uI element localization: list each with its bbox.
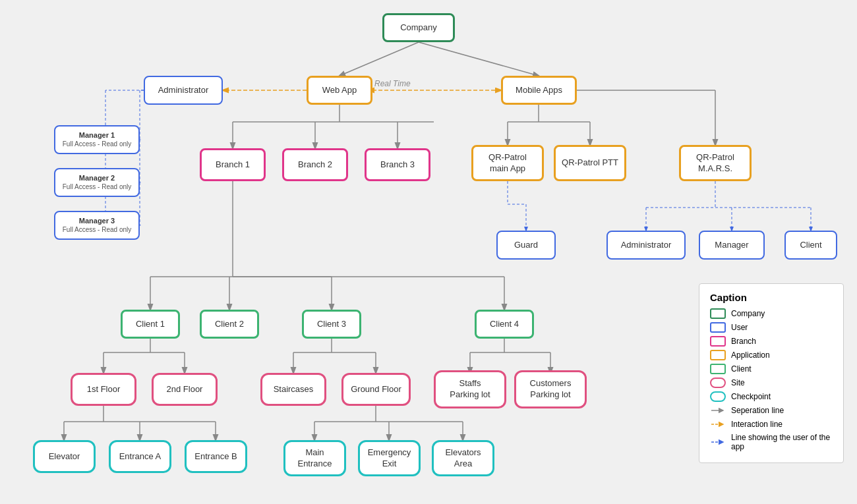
site-icon bbox=[710, 378, 726, 388]
manager1-node: Manager 1Full Access - Read only bbox=[54, 125, 140, 154]
customersparking-node: CustomersParking lot bbox=[514, 370, 587, 408]
caption-row-company: Company bbox=[710, 308, 833, 319]
qrptt-label: QR-Patrol PTT bbox=[562, 157, 618, 169]
caption-checkpoint-label: Checkpoint bbox=[731, 392, 771, 401]
staffsparking-node: StaffsParking lot bbox=[434, 370, 506, 408]
client3-node: Client 3 bbox=[302, 310, 361, 339]
floor1-node: 1st Floor bbox=[71, 373, 136, 406]
staircases-node: Staircases bbox=[260, 373, 326, 406]
branch3-label: Branch 3 bbox=[380, 159, 415, 171]
caption-row-checkpoint: Checkpoint bbox=[710, 391, 833, 402]
caption-box: Caption Company User Branch Application … bbox=[699, 283, 844, 463]
caption-row-client: Client bbox=[710, 364, 833, 374]
elevatorsarea-label: ElevatorsArea bbox=[445, 447, 481, 470]
floor2-label: 2nd Floor bbox=[167, 384, 203, 395]
caption-row-branch: Branch bbox=[710, 336, 833, 347]
realtime-label: Real Time bbox=[374, 79, 411, 88]
diagram: Company Web App Mobile Apps Real Time Ad… bbox=[0, 0, 857, 504]
client4-node: Client 4 bbox=[475, 310, 534, 339]
caption-user-label: User bbox=[731, 323, 748, 332]
entranceB-node: Entrance B bbox=[185, 440, 247, 473]
client2-label: Client 2 bbox=[215, 319, 244, 330]
caption-row-user: User bbox=[710, 322, 833, 333]
customersparking-label: CustomersParking lot bbox=[530, 378, 572, 401]
caption-row-interaction: Interaction line bbox=[710, 419, 833, 430]
caption-row-application: Application bbox=[710, 350, 833, 360]
client3-label: Client 3 bbox=[317, 319, 346, 330]
company-icon bbox=[710, 308, 726, 319]
mainentrance-label: MainEntrance bbox=[297, 447, 332, 470]
administrator-node: Administrator bbox=[144, 76, 223, 105]
caption-userline-label: Line showing the user of the app bbox=[731, 433, 833, 451]
groundfloor-node: Ground Floor bbox=[341, 373, 411, 406]
svg-line-0 bbox=[340, 42, 419, 76]
entranceB-label: Entrance B bbox=[194, 451, 237, 462]
emergencyexit-label: EmergencyExit bbox=[368, 447, 411, 470]
floor1-label: 1st Floor bbox=[87, 384, 121, 395]
staircases-label: Staircases bbox=[274, 384, 314, 395]
admin-right-node: Administrator bbox=[606, 231, 686, 260]
client1-label: Client 1 bbox=[136, 319, 165, 330]
branch2-node: Branch 2 bbox=[282, 148, 348, 181]
qrptt-node: QR-Patrol PTT bbox=[554, 145, 626, 181]
client-icon bbox=[710, 364, 726, 374]
client1-node: Client 1 bbox=[121, 310, 180, 339]
caption-row-userline: Line showing the user of the app bbox=[710, 433, 833, 451]
manager3-node: Manager 3Full Access - Read only bbox=[54, 211, 140, 240]
client-node: Client bbox=[784, 231, 837, 260]
administrator-label: Administrator bbox=[158, 85, 209, 96]
emergencyexit-node: EmergencyExit bbox=[358, 440, 421, 476]
elevator-node: Elevator bbox=[33, 440, 96, 473]
elevator-label: Elevator bbox=[49, 451, 80, 462]
mobileapps-node: Mobile Apps bbox=[501, 76, 577, 105]
manager-right-node: Manager bbox=[699, 231, 765, 260]
manager-right-label: Manager bbox=[715, 240, 748, 251]
caption-application-label: Application bbox=[731, 350, 770, 360]
company-label: Company bbox=[400, 22, 437, 34]
checkpoint-icon bbox=[710, 391, 726, 402]
user-icon bbox=[710, 322, 726, 333]
manager2-node: Manager 2Full Access - Read only bbox=[54, 168, 140, 197]
guard-node: Guard bbox=[496, 231, 556, 260]
groundfloor-label: Ground Floor bbox=[351, 384, 401, 395]
client-label: Client bbox=[800, 240, 821, 251]
mainentrance-node: MainEntrance bbox=[283, 440, 346, 476]
caption-title: Caption bbox=[710, 292, 833, 303]
branch1-node: Branch 1 bbox=[200, 148, 266, 181]
qrmars-node: QR-PatrolM.A.R.S. bbox=[679, 145, 752, 181]
admin-right-label: Administrator bbox=[621, 240, 672, 251]
mobileapps-label: Mobile Apps bbox=[516, 85, 562, 96]
guard-label: Guard bbox=[514, 240, 538, 251]
qrmars-label: QR-PatrolM.A.R.S. bbox=[696, 152, 734, 175]
svg-line-1 bbox=[419, 42, 539, 76]
caption-site-label: Site bbox=[731, 378, 745, 387]
floor2-node: 2nd Floor bbox=[152, 373, 218, 406]
elevatorsarea-node: ElevatorsArea bbox=[432, 440, 494, 476]
entranceA-label: Entrance A bbox=[119, 451, 162, 462]
application-icon bbox=[710, 350, 726, 360]
company-node: Company bbox=[382, 13, 455, 42]
branch-icon bbox=[710, 336, 726, 347]
caption-company-label: Company bbox=[731, 309, 765, 318]
client4-label: Client 4 bbox=[490, 319, 519, 330]
branch2-label: Branch 2 bbox=[298, 159, 332, 171]
caption-row-site: Site bbox=[710, 378, 833, 388]
branch3-node: Branch 3 bbox=[365, 148, 430, 181]
caption-row-separation: Seperation line bbox=[710, 405, 833, 416]
entranceA-node: Entrance A bbox=[109, 440, 171, 473]
qrmain-label: QR-Patrolmain App bbox=[488, 152, 527, 175]
client2-node: Client 2 bbox=[200, 310, 259, 339]
staffsparking-label: StaffsParking lot bbox=[450, 378, 490, 401]
caption-separation-label: Seperation line bbox=[731, 406, 784, 415]
caption-client-label: Client bbox=[731, 364, 752, 374]
caption-interaction-label: Interaction line bbox=[731, 420, 783, 429]
qrmain-node: QR-Patrolmain App bbox=[471, 145, 544, 181]
caption-branch-label: Branch bbox=[731, 337, 756, 346]
webapp-label: Web App bbox=[322, 85, 357, 96]
webapp-node: Web App bbox=[307, 76, 372, 105]
branch1-label: Branch 1 bbox=[216, 159, 250, 171]
